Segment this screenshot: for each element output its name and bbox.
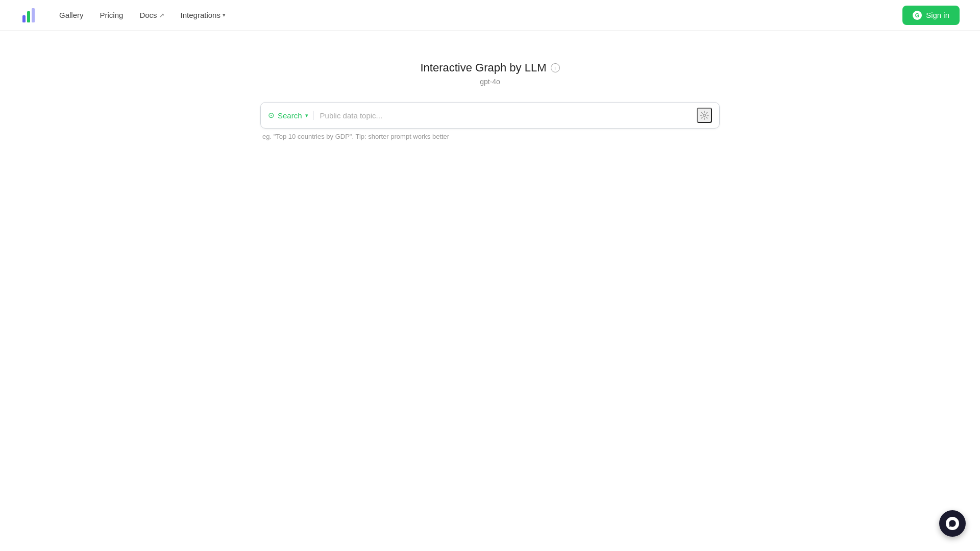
search-circle-icon: ⊙ (268, 111, 275, 120)
search-container: ⊙ Search ▾ eg. "Top 10 countries by GDP"… (260, 102, 720, 140)
chat-bubble-button[interactable] (939, 510, 966, 537)
logo[interactable] (20, 6, 39, 24)
nav-gallery[interactable]: Gallery (59, 11, 84, 19)
search-dropdown-button[interactable]: ⊙ Search ▾ (268, 111, 314, 120)
external-link-icon: ↗ (159, 12, 164, 19)
chat-icon (946, 517, 959, 530)
google-icon: G (913, 11, 922, 20)
search-input[interactable] (320, 111, 697, 120)
page-title: Interactive Graph by LLM i (420, 61, 559, 74)
nav-links: Gallery Pricing Docs ↗ Integrations ▾ (59, 11, 902, 19)
nav-right: G Sign in (902, 6, 960, 25)
settings-icon (700, 111, 709, 120)
main-content: Interactive Graph by LLM i gpt-4o ⊙ Sear… (0, 31, 980, 140)
logo-icon (20, 6, 39, 24)
info-icon[interactable]: i (551, 63, 560, 72)
svg-rect-0 (22, 15, 26, 22)
navbar: Gallery Pricing Docs ↗ Integrations ▾ G … (0, 0, 980, 31)
nav-pricing[interactable]: Pricing (100, 11, 124, 19)
svg-rect-2 (32, 8, 35, 22)
search-settings-button[interactable] (697, 108, 712, 123)
chevron-down-icon: ▾ (223, 12, 226, 18)
search-chevron-icon: ▾ (305, 112, 308, 119)
page-subtitle: gpt-4o (480, 78, 500, 86)
search-bar: ⊙ Search ▾ (260, 102, 720, 129)
svg-point-3 (703, 114, 706, 117)
nav-docs[interactable]: Docs ↗ (139, 11, 164, 19)
svg-rect-1 (27, 11, 30, 22)
search-hint: eg. "Top 10 countries by GDP". Tip: shor… (260, 133, 720, 140)
sign-in-button[interactable]: G Sign in (902, 6, 960, 25)
nav-integrations[interactable]: Integrations ▾ (181, 11, 226, 19)
